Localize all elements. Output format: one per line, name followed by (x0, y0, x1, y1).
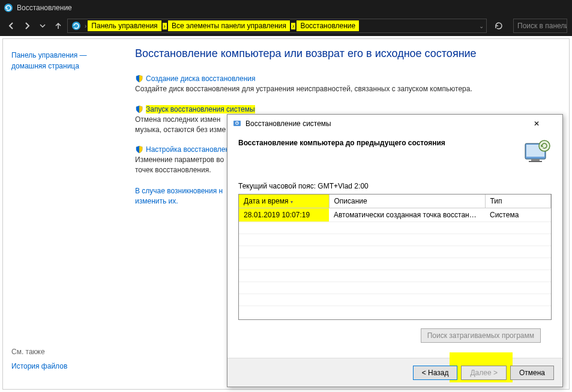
empty-row (239, 246, 551, 258)
item-description: Создайте диск восстановления для устране… (135, 84, 557, 94)
dialog-header-text: Восстановление компьютера до предыдущего… (238, 137, 516, 147)
empty-row (239, 294, 551, 306)
cell-type: Система (485, 208, 551, 222)
recovery-icon (71, 21, 81, 31)
breadcrumb-item[interactable]: Восстановление (297, 20, 359, 31)
sort-desc-icon: ▾ (291, 199, 293, 205)
chevron-down-icon (40, 23, 46, 29)
window-titlebar: Восстановление (0, 0, 572, 16)
create-recovery-disk-link[interactable]: Создание диска восстановления (146, 74, 256, 83)
column-datetime[interactable]: Дата и время▾ (239, 194, 329, 208)
search-input[interactable]: Поиск в панели (513, 19, 567, 33)
column-type[interactable]: Тип (485, 194, 551, 208)
back-button[interactable]: < Назад (413, 366, 458, 380)
arrow-left-icon (7, 22, 16, 30)
empty-row (239, 270, 551, 282)
column-description[interactable]: Описание (329, 194, 485, 208)
sidebar-see-also-label: См. также (11, 348, 115, 356)
nav-back-button[interactable] (5, 19, 18, 33)
start-system-restore-link[interactable]: Запуск восстановления системы (146, 105, 255, 113)
configure-restore-link[interactable]: Настройка восстановления (146, 145, 237, 154)
cell-description: Автоматически созданная точка восстановл… (329, 208, 485, 222)
chevron-right-icon: › (291, 23, 295, 29)
page-heading: Восстановление компьютера или возврат ег… (135, 47, 557, 60)
chevron-right-icon: › (83, 23, 88, 29)
dialog-header: Восстановление компьютера до предыдущего… (227, 133, 562, 171)
breadcrumb-item[interactable]: Все элементы панели управления (168, 20, 290, 31)
empty-row (239, 282, 551, 294)
nav-recent-button[interactable] (36, 19, 49, 33)
restore-points-table: Дата и время▾ Описание Тип 28.01.2019 10… (238, 194, 552, 320)
breadcrumb-bar[interactable]: › Панель управления › Все элементы панел… (67, 19, 487, 33)
cancel-button[interactable]: Отмена (510, 366, 554, 380)
next-button[interactable]: Далее > (461, 366, 507, 380)
dialog-close-button[interactable]: ✕ (534, 115, 558, 132)
refresh-icon (495, 22, 503, 30)
shield-icon (135, 145, 143, 154)
sidebar-home-line2: домашняя страница (11, 62, 79, 70)
svg-rect-6 (531, 159, 540, 161)
empty-row (239, 234, 551, 246)
restore-large-icon (523, 137, 552, 166)
nav-up-button[interactable] (52, 19, 65, 33)
arrow-up-icon (54, 22, 62, 30)
nav-forward-button[interactable] (20, 19, 34, 33)
shield-icon (135, 105, 143, 113)
sidebar-home-link[interactable]: Панель управления — домашняя страница (11, 50, 115, 71)
empty-row (239, 222, 551, 234)
search-placeholder: Поиск в панели (517, 22, 567, 30)
empty-row (239, 258, 551, 270)
cell-datetime: 28.01.2019 10:07:19 (239, 208, 329, 222)
restore-icon (232, 119, 242, 128)
svg-point-8 (539, 140, 550, 151)
chevron-right-icon: › (163, 23, 167, 29)
window-title: Восстановление (17, 4, 72, 12)
close-icon: ✕ (534, 119, 558, 128)
breadcrumb: Панель управления › Все элементы панели … (88, 20, 359, 31)
recovery-item: Создание диска восстановления Создайте д… (135, 74, 557, 94)
dialog-footer: < Назад Далее > Отмена (227, 358, 562, 387)
sidebar-history-link[interactable]: История файлов (11, 361, 115, 372)
dialog-title: Восстановление системы (245, 119, 534, 128)
sidebar-home-line1: Панель управления — (11, 51, 87, 59)
sidebar: Панель управления — домашняя страница См… (3, 39, 123, 389)
system-restore-dialog: Восстановление системы ✕ Восстановление … (227, 114, 563, 387)
restore-point-row[interactable]: 28.01.2019 10:07:19 Автоматически создан… (239, 208, 551, 222)
navbar: › Панель управления › Все элементы панел… (0, 16, 572, 36)
arrow-right-icon (23, 22, 31, 30)
dialog-body: Текущий часовой пояс: GMT+Vlad 2:00 Дата… (227, 171, 562, 358)
search-affected-programs-button[interactable]: Поиск затрагиваемых программ (421, 328, 541, 343)
chevron-down-icon[interactable]: ⌄ (478, 23, 485, 29)
timezone-label: Текущий часовой пояс: GMT+Vlad 2:00 (238, 182, 552, 190)
breadcrumb-item[interactable]: Панель управления (88, 20, 161, 31)
svg-rect-7 (529, 161, 542, 162)
refresh-button[interactable] (492, 19, 506, 33)
shield-icon (135, 74, 143, 83)
dialog-titlebar: Восстановление системы ✕ (227, 115, 562, 133)
recovery-icon (4, 3, 13, 13)
